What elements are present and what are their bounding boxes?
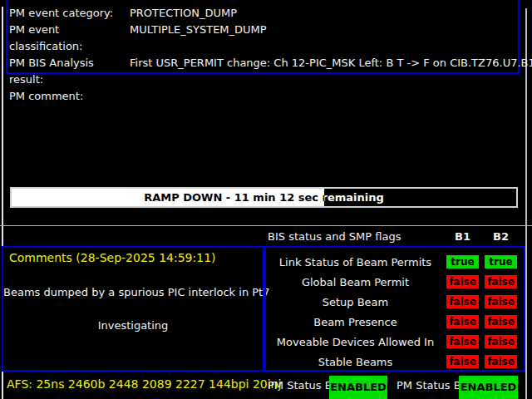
bis-row-label: Link Status of Beam Permits (266, 256, 445, 268)
bis-column-header-b2: B2 (485, 230, 517, 243)
pm-info-row: PM BIS Analysis result: First USR_PERMIT… (9, 55, 518, 88)
bis-b2-status-badge: false (485, 335, 517, 348)
bis-b1-status-badge: false (446, 335, 479, 348)
bis-row: Link Status of Beam Permits true true (266, 252, 524, 272)
bis-row-label: Moveable Devices Allowed In (266, 336, 445, 348)
bis-b1-status-badge: false (446, 295, 479, 308)
pm-info-row: PM event classification: MULTIPLE_SYSTEM… (9, 22, 518, 55)
pm-event-classification-value: MULTIPLE_SYSTEM_DUMP (130, 22, 518, 55)
comments-panel: Comments (28-Sep-2025 14:59:11) Beams du… (2, 246, 264, 372)
bis-b1-status-badge: true (446, 255, 479, 268)
bis-b2-status-badge: false (485, 275, 517, 288)
pm-event-category-label: PM event category: (9, 5, 130, 22)
bis-b1-status-badge: false (446, 275, 479, 288)
pm-status-b2-label: PM Status B2 (397, 379, 468, 392)
pm-comment-label: PM comment: (9, 88, 130, 105)
bis-b2-status-badge: true (485, 255, 517, 268)
comments-title: Comments (28-Sep-2025 14:59:11) (9, 251, 216, 264)
bis-b2-status-badge: false (485, 355, 517, 368)
pm-event-panel: PM event category: PROTECTION_DUMP PM ev… (6, 0, 520, 74)
pm-bis-analysis-label: PM BIS Analysis result: (9, 55, 130, 88)
afs-filling-scheme: AFS: 25ns 2460b 2448 2089 2227 144bpi 20… (7, 377, 281, 391)
pm-comment-value (130, 88, 518, 105)
bis-b1-status-badge: false (446, 315, 479, 328)
pm-bis-analysis-value: First USR_PERMIT change: Ch 12-PIC_MSK L… (130, 55, 532, 88)
bis-row-label: Setup Beam (266, 296, 445, 308)
pm-info-row: PM comment: (9, 88, 518, 105)
bis-b2-status-badge: false (485, 295, 517, 308)
footer-bar: AFS: 25ns 2460b 2448 2089 2227 144bpi 20… (0, 374, 532, 399)
bis-b1-status-badge: false (446, 355, 479, 368)
bis-row: Moveable Devices Allowed In false false (266, 332, 524, 352)
bis-row: Setup Beam false false (266, 292, 524, 312)
comment-line: Beams dumped by a spurious PIC interlock… (3, 286, 263, 298)
pm-event-classification-label: PM event classification: (9, 22, 130, 55)
bis-row-label: Stable Beams (266, 356, 445, 368)
section-separator-line (0, 225, 532, 226)
pm-event-category-value: PROTECTION_DUMP (130, 5, 518, 22)
bis-status-panel: Link Status of Beam Permits true true Gl… (264, 246, 525, 372)
bis-row-label: Global Beam Permit (266, 276, 445, 288)
bis-row: Stable Beams false false (266, 352, 524, 372)
bis-table-title: BIS status and SMP flags (268, 230, 401, 243)
pm-status-b1-badge: ENABLED (329, 376, 387, 399)
ramp-progress-bar: RAMP DOWN - 11 min 12 sec remaining RAMP… (10, 187, 518, 208)
bis-row: Global Beam Permit false false (266, 272, 524, 292)
bis-row-label: Beam Presence (266, 316, 445, 328)
pm-status-b2-badge: ENABLED (459, 376, 518, 399)
bis-b2-status-badge: false (485, 315, 517, 328)
bis-row: Beam Presence false false (266, 312, 524, 332)
pm-info-row: PM event category: PROTECTION_DUMP (9, 5, 518, 22)
bis-column-header-b1: B1 (446, 230, 479, 243)
lhc-page1-screen: PM event category: PROTECTION_DUMP PM ev… (0, 0, 532, 399)
comment-line: Investigating (3, 319, 263, 332)
